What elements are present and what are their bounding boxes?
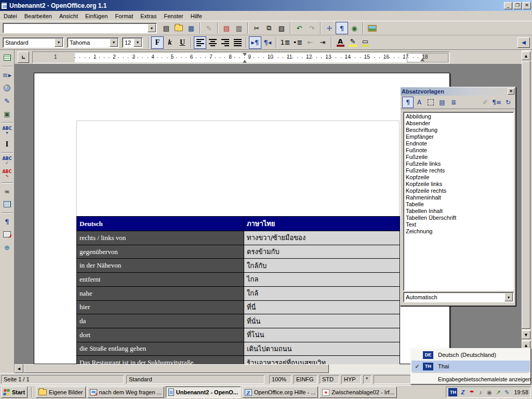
- font-name-combobox[interactable]: Tahoma ▼: [67, 37, 119, 48]
- menu-bearbeiten[interactable]: Bearbeiten: [21, 11, 56, 21]
- gallery-icon[interactable]: [366, 22, 378, 34]
- direct-cursor-icon[interactable]: I: [1, 138, 14, 150]
- style-entry[interactable]: Rahmeninhalt: [404, 194, 513, 201]
- filter-dropdown-arrow[interactable]: ▼: [504, 293, 513, 301]
- cell-german[interactable]: nahe: [77, 287, 244, 300]
- menu-hilfe[interactable]: Hilfe: [187, 11, 206, 21]
- menu-extras[interactable]: Extras: [137, 11, 160, 21]
- taskbar-writer-document-button[interactable]: Unbenannt2 - OpenO...: [166, 387, 241, 398]
- horizontal-scroll-thumb[interactable]: [23, 364, 329, 373]
- table-row[interactable]: in der Nähevonใกล้กับ: [77, 259, 400, 272]
- save-icon[interactable]: ▦: [185, 22, 197, 34]
- frame-styles-tab[interactable]: [425, 97, 436, 108]
- character-styles-tab[interactable]: A: [414, 97, 425, 108]
- table-row[interactable]: die Straße entlang gehenเดินไปตามถนน: [77, 342, 400, 356]
- menu-einfgen[interactable]: Einfügen: [82, 11, 111, 21]
- taskbar-irfanview-button[interactable]: ✶Zwischenablage02 - Irf...: [320, 387, 396, 398]
- background-color-button[interactable]: ▭: [359, 36, 371, 49]
- style-filter[interactable]: Automatisch ▼: [403, 292, 514, 302]
- fill-format-icon[interactable]: ✐: [480, 97, 491, 108]
- paragraph-style-value[interactable]: Standard: [3, 39, 54, 46]
- font-color-button[interactable]: A: [334, 36, 347, 49]
- taskbar-presentation-button[interactable]: nach dem Weg fragen ...: [87, 387, 164, 398]
- document-page[interactable]: Deutschภาษาไทยrechts / links vonทางขวา/ซ…: [34, 73, 450, 364]
- scroll-down-button[interactable]: ▼: [522, 330, 530, 339]
- style-entry[interactable]: Tabellen Inhalt: [404, 208, 513, 215]
- style-entry[interactable]: Fußnote: [404, 147, 513, 154]
- paste-icon[interactable]: ▧: [275, 22, 288, 34]
- italic-button[interactable]: k: [164, 36, 176, 49]
- cell-thai[interactable]: ใกล้: [244, 287, 400, 300]
- style-entry[interactable]: Kopfzeile: [404, 174, 513, 181]
- graphics-on-off-icon[interactable]: [1, 228, 14, 241]
- table-row[interactable]: daที่นั่น: [77, 314, 400, 328]
- align-justify-button[interactable]: [231, 36, 244, 49]
- spellcheck-icon[interactable]: ABC✓: [1, 155, 14, 167]
- style-entry[interactable]: Endnote: [404, 140, 513, 147]
- stylist-close-button[interactable]: ✕: [508, 88, 514, 95]
- style-entry[interactable]: Fußzeile rechts: [404, 167, 513, 174]
- undo-icon[interactable]: ↶: [293, 22, 305, 34]
- style-entry[interactable]: Beschriftung: [404, 127, 513, 134]
- cell-german[interactable]: da: [77, 314, 244, 328]
- status-insert-mode[interactable]: EINFG: [294, 375, 317, 384]
- insert-fields-icon[interactable]: ≡▸: [1, 69, 14, 81]
- cell-thai[interactable]: ใกล้กับ: [244, 259, 400, 272]
- style-entry[interactable]: Absender: [404, 120, 513, 127]
- paragraph-styles-tab[interactable]: ¶: [402, 97, 414, 108]
- data-sources-icon[interactable]: [1, 198, 14, 210]
- style-entry[interactable]: Empfänger: [404, 134, 513, 140]
- bold-button[interactable]: F: [151, 36, 164, 49]
- cell-german[interactable]: entfernt: [77, 273, 244, 286]
- insert-object-icon[interactable]: [1, 82, 14, 94]
- scroll-left-button[interactable]: ◀: [15, 364, 23, 373]
- toolbar-more-button[interactable]: ◀: [517, 37, 530, 48]
- decrease-indent-button[interactable]: ⇤: [304, 36, 316, 49]
- style-filter-value[interactable]: Automatisch: [404, 294, 504, 300]
- tray-language-indicator[interactable]: TH: [448, 388, 457, 396]
- font-size-combobox[interactable]: 12 ▼: [122, 37, 143, 48]
- page-styles-tab[interactable]: ▤: [436, 97, 448, 108]
- new-document-icon[interactable]: ▤: [160, 22, 172, 34]
- show-input-bar-item[interactable]: Eingabegebietsschemaleiste anzeigen: [411, 374, 530, 384]
- status-zoom[interactable]: 100%: [269, 375, 291, 384]
- start-button[interactable]: Start: [1, 387, 28, 398]
- align-right-button[interactable]: [219, 36, 231, 49]
- style-entry[interactable]: Text: [404, 221, 513, 228]
- mouse-tray-icon[interactable]: ◉: [485, 389, 493, 396]
- find-replace-icon[interactable]: ∞: [1, 185, 14, 197]
- align-left-button[interactable]: [194, 36, 206, 49]
- underline-button[interactable]: U: [176, 36, 189, 49]
- cell-thai[interactable]: ที่นี่: [244, 301, 400, 314]
- bullets-on-off-button[interactable]: •≣: [291, 36, 304, 49]
- status-page-style[interactable]: Standard: [126, 375, 264, 384]
- tablet-tray-icon[interactable]: ✎: [503, 389, 511, 396]
- tab-stop-selector[interactable]: ∟: [18, 51, 29, 63]
- table-row[interactable]: naheใกล้: [77, 287, 400, 300]
- cell-german[interactable]: die Straße entlang gehen: [77, 342, 244, 356]
- cell-german[interactable]: dort: [77, 328, 244, 342]
- scroll-up-button[interactable]: ▲: [522, 51, 530, 60]
- font-name-value[interactable]: Tahoma: [68, 39, 109, 46]
- style-entry[interactable]: Kopfzeile links: [404, 181, 513, 188]
- cell-thai[interactable]: เดินไปตามถนน: [244, 342, 400, 356]
- menu-fenster[interactable]: Fenster: [160, 11, 187, 21]
- table-row[interactable]: hierที่นี่: [77, 301, 400, 314]
- update-style-icon[interactable]: ↻: [502, 97, 514, 108]
- cell-german[interactable]: Das Restaurant ist in der Sukhumvitstraß…: [77, 356, 244, 364]
- open-icon[interactable]: [172, 22, 185, 34]
- right-indent-marker[interactable]: [420, 56, 424, 61]
- nonprinting-characters-icon[interactable]: ¶: [1, 215, 14, 228]
- updater-tray-icon[interactable]: ↗: [494, 389, 502, 396]
- vertical-scrollbar[interactable]: ▲ ▼ ▲ ▼: [522, 50, 530, 373]
- draw-functions-icon[interactable]: ✎: [1, 95, 14, 107]
- url-dropdown-arrow[interactable]: ▼: [148, 24, 156, 32]
- style-entry[interactable]: Kopfzeile rechts: [404, 188, 513, 194]
- menu-datei[interactable]: Datei: [0, 11, 21, 21]
- online-layout-icon[interactable]: ⊕: [1, 241, 14, 254]
- cell-german[interactable]: hier: [77, 301, 244, 314]
- autospellcheck-icon[interactable]: ABC∿: [1, 168, 14, 180]
- right-to-left-button[interactable]: ¶◂: [261, 36, 274, 49]
- language-item-th[interactable]: ✓THThai: [411, 361, 530, 372]
- table-row[interactable]: gegenübervonตรงข้ามกับ: [77, 245, 400, 259]
